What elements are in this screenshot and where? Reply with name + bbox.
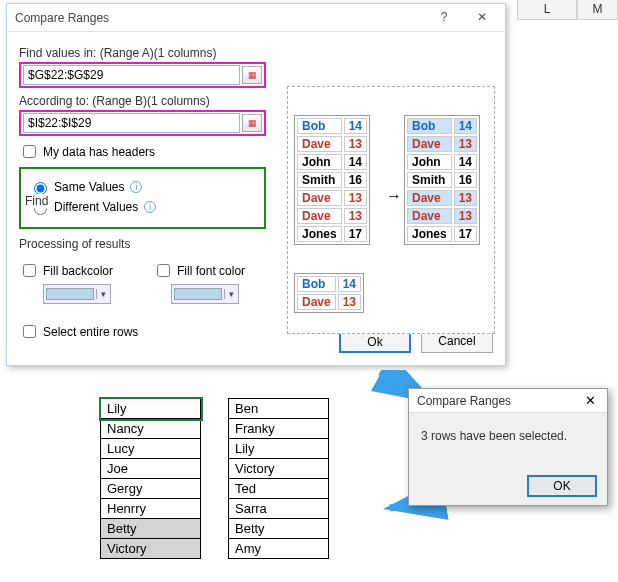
column-header-M[interactable]: M [577, 0, 618, 20]
arrow-icon: → [386, 187, 402, 205]
preview-table-b: Bob14Dave13 [294, 273, 364, 313]
select-entire-rows-label: Select entire rows [43, 325, 138, 339]
fill-backcolor-row[interactable]: Fill backcolor [19, 261, 113, 280]
list-cell[interactable]: Betty [101, 519, 201, 539]
list-cell[interactable]: Ted [229, 479, 329, 499]
list-cell[interactable]: Joe [101, 459, 201, 479]
msgbox-close-button[interactable]: ✕ [575, 393, 605, 408]
preview-pane: Bob14Dave13John14Smith16Dave13Dave13Jone… [287, 86, 495, 334]
list-cell[interactable]: Amy [229, 539, 329, 559]
list-cell[interactable]: Sarra [229, 499, 329, 519]
different-values-row[interactable]: Different Values i [29, 199, 256, 215]
range-picker-icon[interactable]: ▦ [242, 66, 262, 84]
headers-checkbox[interactable] [23, 145, 36, 158]
list-cell[interactable]: Gergy [101, 479, 201, 499]
range-a-input[interactable] [23, 65, 240, 85]
fill-backcolor-label: Fill backcolor [43, 264, 113, 278]
msgbox-title: Compare Ranges [417, 394, 575, 408]
list-cell[interactable]: Nancy [101, 419, 201, 439]
list-cell[interactable]: Victory [101, 539, 201, 559]
different-values-label: Different Values [54, 200, 138, 214]
range-b-box: ▦ [19, 110, 266, 136]
find-values-in-label: Find values in: (Range A)(1 columns) [19, 46, 493, 60]
find-group: Same Values i Different Values i [19, 167, 266, 229]
titlebar: Compare Ranges ? ✕ [7, 4, 505, 32]
dialog-title: Compare Ranges [15, 11, 425, 25]
list-cell[interactable]: Betty [229, 519, 329, 539]
fill-fontcolor-label: Fill font color [177, 264, 245, 278]
range-picker-icon[interactable]: ▦ [242, 114, 262, 132]
fill-fontcolor-checkbox[interactable] [157, 264, 170, 277]
data-list-a[interactable]: LilyNancyLucyJoeGergyHenrryBettyVictory [100, 398, 201, 559]
info-icon[interactable]: i [144, 201, 156, 213]
help-button[interactable]: ? [425, 7, 463, 29]
list-cell[interactable]: Victory [229, 459, 329, 479]
list-cell[interactable]: Lily [229, 439, 329, 459]
data-list-b[interactable]: BenFrankyLilyVictoryTedSarraBettyAmy [228, 398, 329, 559]
range-b-input[interactable] [23, 113, 240, 133]
list-cell[interactable]: Henrry [101, 499, 201, 519]
info-icon[interactable]: i [130, 181, 142, 193]
backcolor-dropdown[interactable]: ▾ [43, 284, 111, 304]
list-cell[interactable]: Franky [229, 419, 329, 439]
preview-table-a: Bob14Dave13John14Smith16Dave13Dave13Jone… [294, 115, 370, 245]
fill-fontcolor-row[interactable]: Fill font color [153, 261, 245, 280]
list-cell[interactable]: Ben [229, 399, 329, 419]
column-header-L[interactable]: L [517, 0, 577, 20]
msgbox-body: 3 rows have been selected. [409, 413, 607, 459]
compare-ranges-dialog: Compare Ranges ? ✕ Find values in: (Rang… [6, 3, 506, 366]
result-msgbox: Compare Ranges ✕ 3 rows have been select… [408, 388, 608, 506]
fontcolor-dropdown[interactable]: ▾ [171, 284, 239, 304]
close-button[interactable]: ✕ [463, 7, 501, 29]
preview-table-a-result: Bob14Dave13John14Smith16Dave13Dave13Jone… [404, 115, 480, 245]
headers-label: My data has headers [43, 145, 155, 159]
range-a-box: ▦ [19, 62, 266, 88]
list-cell[interactable]: Lily [101, 399, 201, 419]
find-group-label: Find [23, 194, 50, 208]
select-entire-rows-checkbox[interactable] [23, 325, 36, 338]
msgbox-ok-button[interactable]: OK [527, 475, 597, 497]
same-values-label: Same Values [54, 180, 124, 194]
same-values-row[interactable]: Same Values i [29, 179, 256, 195]
list-cell[interactable]: Lucy [101, 439, 201, 459]
fill-backcolor-checkbox[interactable] [23, 264, 36, 277]
